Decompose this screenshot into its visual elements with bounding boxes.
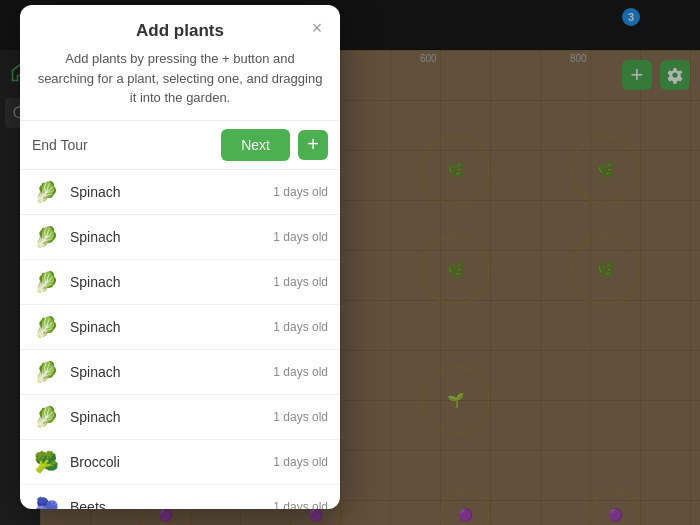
plant-list-name: Spinach xyxy=(70,364,273,380)
plant-list-item[interactable]: 🥬Spinach1 days old xyxy=(20,214,340,259)
modal-title: Add plants xyxy=(36,21,324,41)
plant-list-item[interactable]: 🥬Spinach1 days old xyxy=(20,259,340,304)
plant-list-icon: 🥬 xyxy=(32,403,60,431)
plant-list-item[interactable]: 🥬Spinach1 days old xyxy=(20,304,340,349)
plant-list-name: Spinach xyxy=(70,274,273,290)
plant-list-age: 1 days old xyxy=(273,275,328,289)
plant-list-item[interactable]: 🥬Spinach1 days old xyxy=(20,169,340,214)
plant-list-name: Spinach xyxy=(70,409,273,425)
plant-list-icon: 🥦 xyxy=(32,448,60,476)
plant-list-age: 1 days old xyxy=(273,185,328,199)
next-button[interactable]: Next xyxy=(221,129,290,161)
plant-list-name: Spinach xyxy=(70,229,273,245)
plant-list-item[interactable]: 🥬Spinach1 days old xyxy=(20,394,340,439)
plant-list-icon: 🫐 xyxy=(32,493,60,509)
plant-list-name: Spinach xyxy=(70,184,273,200)
plant-list-icon: 🥬 xyxy=(32,223,60,251)
end-tour-button[interactable]: End Tour xyxy=(32,137,88,153)
plant-list-age: 1 days old xyxy=(273,455,328,469)
plant-list-item[interactable]: 🥬Spinach1 days old xyxy=(20,349,340,394)
plant-list-age: 1 days old xyxy=(273,410,328,424)
plant-list-icon: 🥬 xyxy=(32,178,60,206)
plant-list-name: Spinach xyxy=(70,319,273,335)
plant-list-name: Broccoli xyxy=(70,454,273,470)
plant-list-age: 1 days old xyxy=(273,500,328,509)
plant-list-name: Beets xyxy=(70,499,273,509)
plant-list-age: 1 days old xyxy=(273,320,328,334)
modal-header: Add plants Add plants by pressing the + … xyxy=(20,5,340,108)
plant-list-age: 1 days old xyxy=(273,365,328,379)
modal-description: Add plants by pressing the + button and … xyxy=(36,49,324,108)
plant-list-icon: 🥬 xyxy=(32,313,60,341)
plant-list-icon: 🥬 xyxy=(32,268,60,296)
plant-list-age: 1 days old xyxy=(273,230,328,244)
plant-list-icon: 🥬 xyxy=(32,358,60,386)
plant-list-item[interactable]: 🥦Broccoli1 days old xyxy=(20,439,340,484)
modal: Add plants Add plants by pressing the + … xyxy=(20,5,340,509)
modal-add-button[interactable]: + xyxy=(298,130,328,160)
plant-list: 🥬Spinach1 days old🥬Spinach1 days old🥬Spi… xyxy=(20,169,340,509)
modal-toolbar: End Tour Next + xyxy=(20,120,340,169)
modal-close-button[interactable]: × xyxy=(306,17,328,39)
plant-list-item[interactable]: 🫐Beets1 days old xyxy=(20,484,340,509)
